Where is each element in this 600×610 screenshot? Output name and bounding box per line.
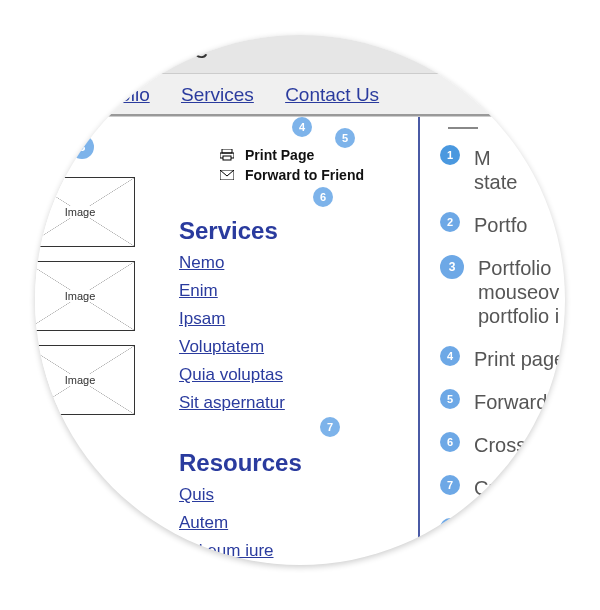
legend-panel: 1Mstate2Portfo3Portfoliomouseovportfolio…: [420, 117, 565, 565]
svg-rect-0: [222, 149, 232, 153]
print-page-action[interactable]: Print Page: [219, 147, 408, 163]
annotation-marker-3: 3: [70, 135, 94, 159]
envelope-icon: [219, 170, 235, 180]
legend-text: Portfo: [474, 212, 527, 237]
thumbnail[interactable]: Image: [35, 261, 135, 331]
thumbnail-label: Image: [63, 206, 98, 218]
thumbnail-label: Image: [63, 374, 98, 386]
legend-number: 1: [440, 145, 460, 165]
nav-services[interactable]: Services: [181, 84, 254, 105]
legend-item: 4Print page: [440, 346, 565, 371]
service-link[interactable]: Quia voluptas: [179, 365, 408, 385]
wireframe-clip: Tagline Portfolio Services Contact Us 3 …: [35, 35, 565, 565]
legend-number: 6: [440, 432, 460, 452]
legend-item: 7Cross: [440, 475, 565, 500]
svg-rect-2: [223, 156, 231, 160]
legend-item: 2Portfo: [440, 212, 565, 237]
legend-item: 1Mstate: [440, 145, 565, 194]
legend-number: 5: [440, 389, 460, 409]
service-link[interactable]: Enim: [179, 281, 408, 301]
service-link[interactable]: Voluptatem: [179, 337, 408, 357]
legend-number: 7: [440, 475, 460, 495]
legend-number: 4: [440, 346, 460, 366]
legend-number: 3: [440, 255, 464, 279]
service-link[interactable]: Sit aspernatur: [179, 393, 408, 413]
legend-text: Portfoliomouseovportfolio i: [478, 255, 559, 328]
resources-links: Quis Autem Vel eum iure henderit: [179, 485, 408, 565]
service-link[interactable]: Ipsam: [179, 309, 408, 329]
annotation-marker-5: 5: [335, 128, 355, 148]
resources-heading: Resources: [179, 449, 408, 477]
legend-text: Cross: [474, 475, 526, 500]
forward-friend-action[interactable]: Forward to Friend: [219, 167, 408, 183]
annotation-marker-6: 6: [313, 187, 333, 207]
print-label: Print Page: [245, 147, 314, 163]
legend-divider: [448, 127, 478, 129]
print-icon: [219, 149, 235, 161]
legend-item: 6Crosslin: [440, 432, 565, 457]
legend-text: Print page: [474, 346, 565, 371]
resource-link[interactable]: Vel eum iure: [179, 541, 408, 561]
legend-item: 5Forward: [440, 389, 565, 414]
resource-link[interactable]: Quis: [179, 485, 408, 505]
legend-text: Forward: [474, 389, 547, 414]
services-heading: Services: [179, 217, 408, 245]
annotation-marker-4: 4: [292, 117, 312, 137]
service-link[interactable]: Nemo: [179, 253, 408, 273]
legend-text: Crosslin: [474, 432, 546, 457]
nav-bar: Portfolio Services Contact Us: [35, 74, 565, 116]
legend-number: 8: [440, 518, 460, 538]
nav-portfolio[interactable]: Portfolio: [80, 84, 150, 105]
services-links: Nemo Enim Ipsam Voluptatem Quia voluptas…: [179, 253, 408, 413]
forward-label: Forward to Friend: [245, 167, 364, 183]
legend-number: 2: [440, 212, 460, 232]
legend-item: 8: [440, 518, 565, 538]
thumbnail-label: Image: [63, 290, 98, 302]
annotation-marker-7: 7: [320, 417, 340, 437]
legend-item: 3Portfoliomouseovportfolio i: [440, 255, 565, 328]
tagline: Tagline: [35, 35, 565, 74]
legend-text: Mstate: [474, 145, 517, 194]
resource-link[interactable]: Autem: [179, 513, 408, 533]
nav-contact[interactable]: Contact Us: [285, 84, 379, 105]
portfolio-thumbnails: Image Image Image: [45, 177, 135, 565]
thumbnail[interactable]: Image: [35, 177, 135, 247]
thumbnail[interactable]: Image: [35, 345, 135, 415]
